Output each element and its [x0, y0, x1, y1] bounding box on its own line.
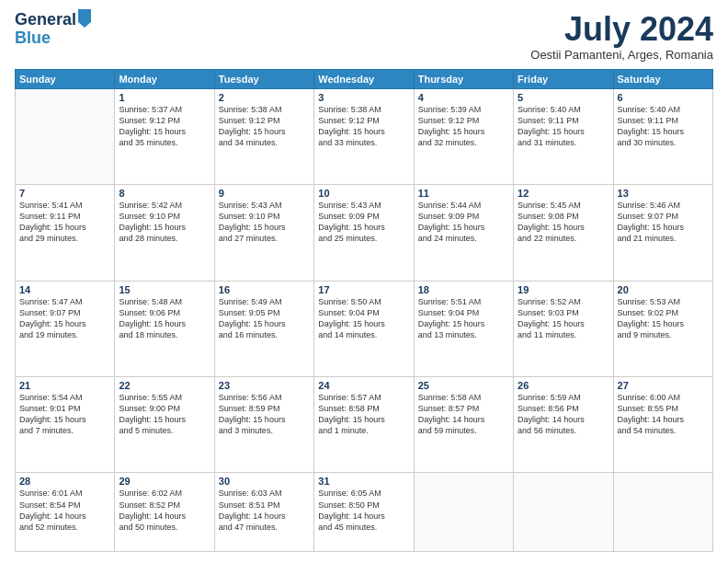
day-info: Sunrise: 5:57 AM Sunset: 8:58 PM Dayligh… [318, 392, 409, 437]
day-number: 11 [418, 188, 509, 199]
day-cell: 6Sunrise: 5:40 AM Sunset: 9:11 PM Daylig… [613, 88, 712, 184]
day-cell: 30Sunrise: 6:03 AM Sunset: 8:51 PM Dayli… [214, 473, 313, 552]
day-cell: 16Sunrise: 5:49 AM Sunset: 9:05 PM Dayli… [214, 281, 313, 376]
title-section: July 2024 Oestii Pamanteni, Arges, Roman… [530, 11, 713, 62]
day-info: Sunrise: 5:40 AM Sunset: 9:11 PM Dayligh… [518, 104, 609, 149]
day-number: 25 [418, 380, 509, 391]
col-saturday: Saturday [613, 69, 712, 88]
day-number: 6 [618, 92, 709, 103]
svg-marker-0 [78, 9, 91, 28]
logo-icon [78, 9, 91, 28]
day-info: Sunrise: 5:44 AM Sunset: 9:09 PM Dayligh… [418, 200, 509, 245]
day-number: 15 [119, 284, 210, 295]
day-info: Sunrise: 5:58 AM Sunset: 8:57 PM Dayligh… [418, 392, 509, 437]
day-number: 17 [318, 284, 409, 295]
day-info: Sunrise: 5:43 AM Sunset: 9:09 PM Dayligh… [318, 200, 409, 245]
day-number: 4 [418, 92, 509, 103]
day-cell: 14Sunrise: 5:47 AM Sunset: 9:07 PM Dayli… [16, 281, 115, 376]
day-number: 3 [318, 92, 409, 103]
col-monday: Monday [115, 69, 214, 88]
day-cell: 22Sunrise: 5:55 AM Sunset: 9:00 PM Dayli… [115, 377, 214, 473]
day-number: 30 [219, 476, 310, 487]
day-number: 14 [19, 284, 110, 295]
day-number: 9 [219, 188, 310, 199]
day-cell: 19Sunrise: 5:52 AM Sunset: 9:03 PM Dayli… [514, 281, 613, 376]
col-tuesday: Tuesday [214, 69, 313, 88]
day-number: 5 [518, 92, 609, 103]
day-info: Sunrise: 5:49 AM Sunset: 9:05 PM Dayligh… [219, 296, 310, 341]
day-info: Sunrise: 5:39 AM Sunset: 9:12 PM Dayligh… [418, 104, 509, 149]
day-cell: 7Sunrise: 5:41 AM Sunset: 9:11 PM Daylig… [16, 185, 115, 281]
col-wednesday: Wednesday [314, 69, 414, 88]
day-cell [16, 88, 115, 184]
day-number: 27 [618, 380, 709, 391]
day-info: Sunrise: 5:55 AM Sunset: 9:00 PM Dayligh… [119, 392, 210, 437]
day-cell: 11Sunrise: 5:44 AM Sunset: 9:09 PM Dayli… [414, 185, 513, 281]
month-title: July 2024 [530, 11, 713, 48]
day-number: 16 [219, 284, 310, 295]
day-info: Sunrise: 5:37 AM Sunset: 9:12 PM Dayligh… [119, 104, 210, 149]
day-info: Sunrise: 5:59 AM Sunset: 8:56 PM Dayligh… [518, 392, 609, 437]
page: General Blue July 2024 Oestii Pamanteni,… [0, 0, 728, 563]
day-number: 19 [518, 284, 609, 295]
day-cell: 31Sunrise: 6:05 AM Sunset: 8:50 PM Dayli… [314, 473, 414, 552]
col-friday: Friday [514, 69, 613, 88]
location: Oestii Pamanteni, Arges, Romania [530, 48, 713, 62]
day-number: 7 [19, 188, 110, 199]
day-cell: 17Sunrise: 5:50 AM Sunset: 9:04 PM Dayli… [314, 281, 414, 376]
day-info: Sunrise: 5:52 AM Sunset: 9:03 PM Dayligh… [518, 296, 609, 341]
day-info: Sunrise: 5:45 AM Sunset: 9:08 PM Dayligh… [518, 200, 609, 245]
day-info: Sunrise: 5:40 AM Sunset: 9:11 PM Dayligh… [618, 104, 709, 149]
day-cell [514, 473, 613, 552]
day-number: 28 [19, 476, 110, 487]
day-number: 13 [618, 188, 709, 199]
day-cell [613, 473, 712, 552]
logo-text: General Blue [15, 11, 91, 48]
week-row-1: 1Sunrise: 5:37 AM Sunset: 9:12 PM Daylig… [16, 88, 713, 184]
day-number: 1 [119, 92, 210, 103]
day-cell: 26Sunrise: 5:59 AM Sunset: 8:56 PM Dayli… [514, 377, 613, 473]
day-number: 2 [219, 92, 310, 103]
day-number: 31 [318, 476, 409, 487]
day-cell: 8Sunrise: 5:42 AM Sunset: 9:10 PM Daylig… [115, 185, 214, 281]
header-row: Sunday Monday Tuesday Wednesday Thursday… [16, 69, 713, 88]
day-info: Sunrise: 5:38 AM Sunset: 9:12 PM Dayligh… [219, 104, 310, 149]
day-cell: 4Sunrise: 5:39 AM Sunset: 9:12 PM Daylig… [414, 88, 513, 184]
day-info: Sunrise: 5:54 AM Sunset: 9:01 PM Dayligh… [19, 392, 110, 437]
day-info: Sunrise: 6:03 AM Sunset: 8:51 PM Dayligh… [219, 488, 310, 533]
day-info: Sunrise: 5:50 AM Sunset: 9:04 PM Dayligh… [318, 296, 409, 341]
day-cell: 5Sunrise: 5:40 AM Sunset: 9:11 PM Daylig… [514, 88, 613, 184]
day-number: 24 [318, 380, 409, 391]
day-info: Sunrise: 5:47 AM Sunset: 9:07 PM Dayligh… [19, 296, 110, 341]
day-number: 18 [418, 284, 509, 295]
day-info: Sunrise: 5:46 AM Sunset: 9:07 PM Dayligh… [618, 200, 709, 245]
day-number: 8 [119, 188, 210, 199]
day-number: 23 [219, 380, 310, 391]
day-cell [414, 473, 513, 552]
day-number: 20 [618, 284, 709, 295]
day-cell: 3Sunrise: 5:38 AM Sunset: 9:12 PM Daylig… [314, 88, 414, 184]
day-info: Sunrise: 6:05 AM Sunset: 8:50 PM Dayligh… [318, 488, 409, 533]
week-row-5: 28Sunrise: 6:01 AM Sunset: 8:54 PM Dayli… [16, 473, 713, 552]
day-cell: 12Sunrise: 5:45 AM Sunset: 9:08 PM Dayli… [514, 185, 613, 281]
day-cell: 2Sunrise: 5:38 AM Sunset: 9:12 PM Daylig… [214, 88, 313, 184]
day-info: Sunrise: 5:43 AM Sunset: 9:10 PM Dayligh… [219, 200, 310, 245]
day-number: 12 [518, 188, 609, 199]
day-cell: 25Sunrise: 5:58 AM Sunset: 8:57 PM Dayli… [414, 377, 513, 473]
calendar-table: Sunday Monday Tuesday Wednesday Thursday… [15, 69, 713, 552]
logo-general: General [15, 11, 76, 29]
day-info: Sunrise: 5:38 AM Sunset: 9:12 PM Dayligh… [318, 104, 409, 149]
day-info: Sunrise: 5:41 AM Sunset: 9:11 PM Dayligh… [19, 200, 110, 245]
day-info: Sunrise: 6:01 AM Sunset: 8:54 PM Dayligh… [19, 488, 110, 533]
day-info: Sunrise: 6:02 AM Sunset: 8:52 PM Dayligh… [119, 488, 210, 533]
day-cell: 23Sunrise: 5:56 AM Sunset: 8:59 PM Dayli… [214, 377, 313, 473]
col-thursday: Thursday [414, 69, 513, 88]
day-number: 21 [19, 380, 110, 391]
day-cell: 27Sunrise: 6:00 AM Sunset: 8:55 PM Dayli… [613, 377, 712, 473]
col-sunday: Sunday [16, 69, 115, 88]
day-number: 26 [518, 380, 609, 391]
day-cell: 18Sunrise: 5:51 AM Sunset: 9:04 PM Dayli… [414, 281, 513, 376]
week-row-4: 21Sunrise: 5:54 AM Sunset: 9:01 PM Dayli… [16, 377, 713, 473]
day-cell: 15Sunrise: 5:48 AM Sunset: 9:06 PM Dayli… [115, 281, 214, 376]
day-cell: 28Sunrise: 6:01 AM Sunset: 8:54 PM Dayli… [16, 473, 115, 552]
